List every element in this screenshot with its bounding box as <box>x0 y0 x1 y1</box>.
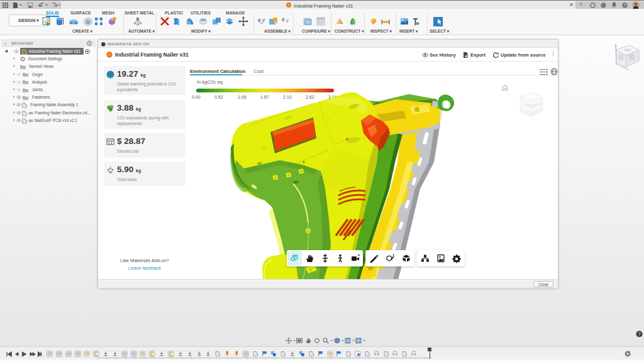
svg-text:?: ? <box>624 3 626 8</box>
svg-text:?: ? <box>638 332 641 336</box>
